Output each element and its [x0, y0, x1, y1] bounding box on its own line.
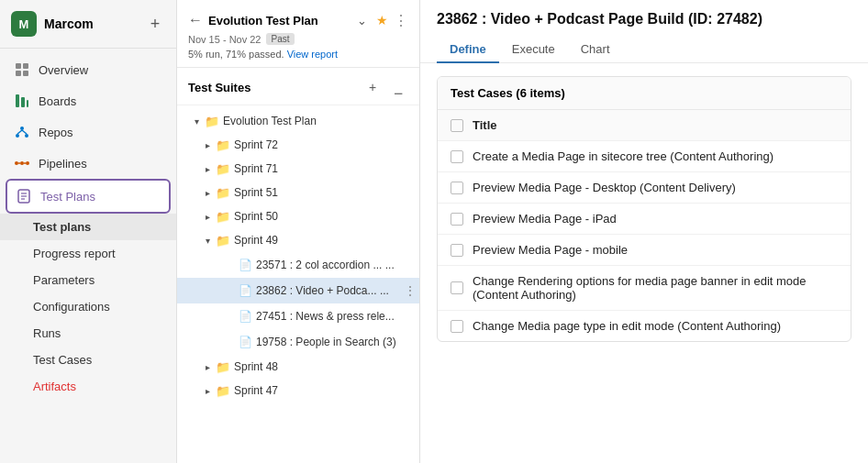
sidebar-item-label: Test Cases	[33, 353, 163, 367]
sidebar-item-label: Test Plans	[40, 190, 161, 204]
star-icon[interactable]: ★	[376, 13, 388, 28]
sidebar-item-pipelines[interactable]: Pipelines	[0, 148, 176, 179]
suites-title: Test Suites	[188, 81, 362, 94]
tree-item-more[interactable]: ⋮	[401, 281, 419, 300]
table-row[interactable]: Change Media page type in edit mode (Con…	[438, 311, 851, 341]
sidebar-item-repos[interactable]: Repos	[0, 116, 176, 148]
table-row[interactable]: Change Rendering options for media page …	[438, 266, 851, 311]
dropdown-icon[interactable]: ⌄	[352, 11, 371, 29]
avatar: M	[11, 11, 37, 37]
tree-toggle[interactable]: ▸	[199, 137, 216, 153]
tree-node-23862[interactable]: ▸ 📄 23862 : Video + Podca... ... ⋮	[177, 278, 419, 303]
tree-toggle[interactable]: ▸	[199, 358, 216, 375]
tree-item-label: Sprint 50	[234, 210, 419, 223]
tab-chart[interactable]: Chart	[568, 37, 623, 63]
boards-icon	[13, 92, 31, 110]
past-badge: Past	[266, 33, 294, 45]
sidebar-item-progress-report[interactable]: Progress report	[0, 240, 176, 267]
sidebar-item-label: Repos	[39, 126, 163, 139]
sidebar-item-runs[interactable]: Runs	[0, 320, 176, 347]
svg-rect-5	[21, 97, 25, 107]
svg-point-13	[20, 161, 24, 165]
sidebar-item-test-cases[interactable]: Test Cases	[0, 347, 176, 373]
tc6-checkbox[interactable]	[451, 320, 463, 333]
sidebar-item-label: Artifacts	[33, 380, 163, 393]
table-row[interactable]: Preview Media Page - iPad	[438, 204, 851, 235]
file-icon: 📄	[238, 283, 252, 298]
test-cases-box: Test Cases (6 items) Title Create a Medi…	[437, 76, 851, 342]
suites-actions: + ⎯	[362, 77, 408, 97]
tab-execute[interactable]: Execute	[499, 37, 568, 63]
tree-item-label: Sprint 48	[234, 360, 419, 373]
more-options-icon[interactable]: ⋮	[394, 12, 408, 29]
plan-name: Evolution Test Plan	[208, 14, 347, 28]
tree-toggle[interactable]: ▸	[199, 160, 216, 177]
tree-item-label: Sprint 51	[234, 186, 419, 199]
file-icon: 📄	[238, 335, 252, 349]
suites-header: Test Suites + ⎯	[177, 68, 419, 105]
progress-text: 5% run, 71% passed. View report	[188, 49, 408, 60]
tree-toggle[interactable]: ▸	[199, 208, 216, 225]
add-suite-button[interactable]: +	[362, 77, 383, 97]
select-all-checkbox[interactable]	[451, 119, 463, 132]
date-range-text: Nov 15 - Nov 22	[188, 34, 261, 45]
folder-icon: 📁	[216, 233, 230, 248]
svg-rect-4	[16, 94, 19, 107]
column-header-title: Title	[473, 118, 497, 132]
tree-area: ▾ 📁 Evolution Test Plan ▸ 📁 Sprint 72 ▸ …	[177, 105, 419, 463]
tree-toggle[interactable]: ▾	[199, 232, 216, 248]
tree-node-sprint71[interactable]: ▸ 📁 Sprint 71	[177, 157, 419, 181]
tree-node-evolution[interactable]: ▾ 📁 Evolution Test Plan	[177, 109, 419, 133]
tc5-checkbox[interactable]	[451, 281, 463, 294]
folder-icon: 📁	[216, 185, 230, 200]
tree-node-27451[interactable]: ▸ 📄 27451 : News & press rele... ⋮	[177, 303, 419, 329]
tree-toggle[interactable]: ▸	[199, 382, 216, 399]
tree-node-sprint48[interactable]: ▸ 📁 Sprint 48	[177, 355, 419, 379]
table-row[interactable]: Create a Media Page in sitecore tree (Co…	[438, 141, 851, 172]
tree-item-label: 23862 : Video + Podca... ...	[256, 284, 401, 297]
sidebar-item-overview[interactable]: Overview	[0, 54, 176, 85]
tree-node-sprint72[interactable]: ▸ 📁 Sprint 72	[177, 133, 419, 157]
svg-point-12	[15, 161, 18, 165]
tree-node-sprint50[interactable]: ▸ 📁 Sprint 50	[177, 204, 419, 228]
sidebar: M Marcom + Overview Boards Repos	[0, 0, 177, 463]
back-button[interactable]: ←	[188, 12, 203, 28]
svg-rect-6	[27, 100, 28, 107]
test-cases-header: Test Cases (6 items)	[438, 77, 851, 110]
tc4-label: Preview Media Page - mobile	[473, 243, 628, 257]
sidebar-item-configurations[interactable]: Configurations	[0, 293, 176, 320]
sidebar-item-parameters[interactable]: Parameters	[0, 267, 176, 293]
tab-define[interactable]: Define	[437, 37, 499, 63]
tree-toggle[interactable]: ▸	[199, 184, 216, 201]
table-row[interactable]: Preview Media Page - Desktop (Content De…	[438, 172, 851, 204]
tree-item-label: Sprint 47	[234, 384, 419, 397]
table-row[interactable]: Preview Media Page - mobile	[438, 235, 851, 266]
tc5-label: Change Rendering options for media page …	[473, 274, 838, 302]
folder-icon: 📁	[216, 161, 230, 176]
tc3-checkbox[interactable]	[451, 213, 463, 226]
collapse-button[interactable]: ⎯	[388, 77, 408, 97]
tc2-checkbox[interactable]	[451, 182, 463, 194]
tree-node-sprint51[interactable]: ▸ 📁 Sprint 51	[177, 181, 419, 204]
sidebar-item-test-plans[interactable]: Test Plans	[6, 179, 171, 214]
tree-item-label: Evolution Test Plan	[223, 115, 419, 127]
folder-icon: 📁	[216, 359, 230, 374]
tree-item-label: 23571 : 2 col accordion ... ...	[256, 259, 401, 271]
tree-node-sprint49[interactable]: ▾ 📁 Sprint 49	[177, 228, 419, 252]
sidebar-item-label: Progress report	[33, 247, 163, 260]
tc4-checkbox[interactable]	[451, 244, 463, 257]
overview-icon	[13, 61, 31, 79]
sidebar-item-test-plans-sub[interactable]: Test plans	[0, 214, 176, 240]
sidebar-item-boards[interactable]: Boards	[0, 85, 176, 116]
tree-toggle[interactable]: ▾	[188, 113, 205, 129]
sidebar-item-artifacts[interactable]: Artifacts	[0, 373, 176, 400]
view-report-link[interactable]: View report	[287, 49, 338, 60]
tc1-checkbox[interactable]	[451, 150, 463, 163]
tree-node-sprint47[interactable]: ▸ 📁 Sprint 47	[177, 379, 419, 402]
tree-node-23571[interactable]: ▸ 📄 23571 : 2 col accordion ... ... ⋮	[177, 252, 419, 278]
svg-point-7	[20, 127, 24, 130]
add-button[interactable]: +	[145, 14, 165, 34]
folder-icon: 📁	[205, 114, 219, 128]
svg-line-11	[22, 130, 27, 134]
tree-node-19758[interactable]: ▸ 📄 19758 : People in Search (3) ⋮	[177, 329, 419, 355]
